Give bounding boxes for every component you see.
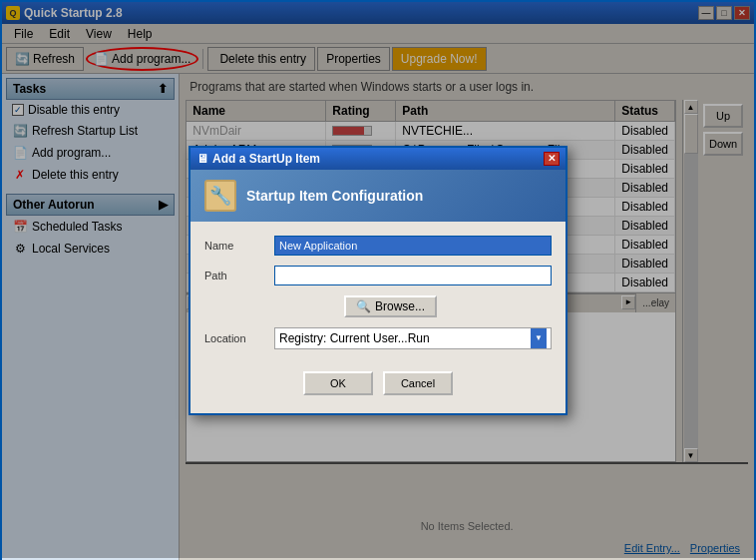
location-label: Location	[204, 332, 274, 344]
path-input[interactable]	[274, 266, 552, 285]
path-field: Path	[204, 266, 552, 285]
add-startup-dialog: 🖥 Add a StartUp Item ✕ 🔧 Startup Item Co…	[189, 146, 567, 415]
modal-title-icon: 🖥	[196, 152, 208, 166]
modal-title-icon-group: 🖥 Add a StartUp Item	[196, 152, 320, 166]
path-label: Path	[204, 270, 274, 281]
browse-label: Browse...	[375, 299, 425, 313]
modal-header: 🔧 Startup Item Configuration	[190, 170, 566, 222]
modal-title-text: Add a StartUp Item	[212, 152, 320, 166]
browse-area: 🔍 Browse...	[274, 295, 552, 317]
modal-title-bar: 🖥 Add a StartUp Item ✕	[190, 148, 566, 170]
location-dropdown-wrapper: Registry: Current User...Run ▼	[274, 327, 552, 349]
modal-close-button[interactable]: ✕	[544, 152, 560, 166]
modal-header-title: Startup Item Configuration	[246, 188, 423, 204]
dropdown-arrow-icon[interactable]: ▼	[531, 328, 547, 348]
name-field: Name	[204, 236, 552, 256]
ok-button[interactable]: OK	[303, 371, 373, 395]
location-field: Location Registry: Current User...Run ▼	[204, 327, 552, 349]
browse-icon: 🔍	[356, 299, 371, 313]
modal-overlay: 🖥 Add a StartUp Item ✕ 🔧 Startup Item Co…	[2, 2, 754, 558]
main-window: Q Quick Startup 2.8 — □ ✕ File Edit View…	[0, 0, 756, 560]
name-input[interactable]	[274, 236, 552, 256]
browse-button[interactable]: 🔍 Browse...	[344, 295, 437, 317]
location-dropdown[interactable]: Registry: Current User...Run ▼	[274, 327, 552, 349]
modal-body: Name Path 🔍 Browse... Locat	[190, 222, 566, 413]
name-label: Name	[204, 240, 274, 252]
modal-buttons: OK Cancel	[204, 363, 552, 399]
cancel-button[interactable]: Cancel	[383, 371, 453, 395]
location-value: Registry: Current User...Run	[279, 331, 430, 345]
modal-header-icon: 🔧	[204, 180, 236, 212]
